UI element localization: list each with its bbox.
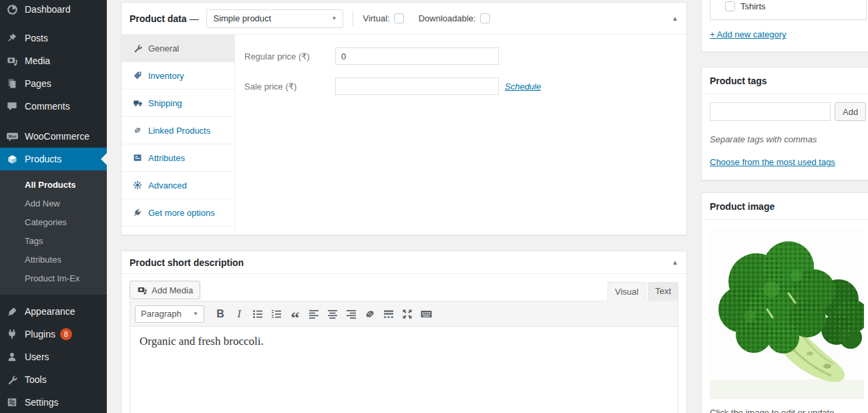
plugins-update-badge: 8 [60, 328, 72, 340]
regular-price-label: Regular price (₹) [235, 51, 335, 61]
tab-inventory[interactable]: Inventory [122, 62, 234, 90]
tab-label: Shipping [148, 98, 182, 108]
tab-attributes[interactable]: Attributes [122, 144, 234, 172]
category-checkbox[interactable] [725, 1, 735, 11]
add-media-button[interactable]: Add Media [130, 281, 200, 299]
product-data-tabs: General Inventory Shipping Linked Produc… [122, 35, 235, 235]
bold-button[interactable]: B [211, 305, 230, 323]
sidebar-item-products[interactable]: Products [0, 148, 107, 170]
more-tag-button[interactable] [379, 305, 398, 323]
text-tab[interactable]: Text [648, 282, 678, 300]
sliders-icon [5, 396, 19, 409]
image-edit-caption-link[interactable]: Click the image to edit or update [710, 408, 867, 413]
tag-input[interactable] [710, 102, 831, 121]
chevron-down-icon: ▼ [332, 15, 337, 21]
short-description-text: Organic and fresh broccoli. [140, 335, 668, 348]
sidebar-item-woocommerce[interactable]: Woo WooCommerce [0, 125, 107, 148]
sidebar-item-media[interactable]: Media [0, 49, 107, 72]
sidebar-item-label: WooCommerce [25, 131, 89, 142]
pages-icon [5, 77, 19, 90]
editor-container: Paragraph ▼ B I “ [130, 301, 678, 413]
category-checklist: Tshirts [710, 0, 867, 20]
add-media-label: Add Media [152, 285, 193, 295]
wrench-icon [133, 43, 143, 53]
sale-price-label: Sale price (₹) [235, 82, 335, 92]
sidebar-item-posts[interactable]: Posts [0, 27, 107, 49]
submenu-tags[interactable]: Tags [0, 232, 107, 251]
submenu-add-new[interactable]: Add New [0, 194, 107, 213]
tab-shipping[interactable]: Shipping [122, 90, 234, 117]
sidebar-item-tools[interactable]: Tools [0, 368, 107, 391]
insert-link-button[interactable] [361, 305, 379, 323]
product-image-panel: Product image [701, 192, 868, 413]
short-description-header: Product short description ▲ [122, 251, 686, 274]
media-icon [5, 54, 19, 67]
submenu-categories[interactable]: Categories [0, 213, 107, 232]
italic-button[interactable]: I [230, 305, 248, 323]
sidebar-item-label: Tools [25, 374, 47, 385]
submenu-attributes[interactable]: Attributes [0, 251, 107, 269]
tab-label: Inventory [148, 71, 184, 81]
sidebar-item-users[interactable]: Users [0, 346, 107, 368]
product-tags-header: Product tags [702, 67, 868, 94]
sidebar-item-label: Appearance [25, 306, 75, 317]
sidebar-item-plugins[interactable]: Plugins 8 [0, 323, 107, 346]
panel-title: Product short description [130, 257, 244, 268]
panel-title: Product image [710, 201, 775, 212]
product-tags-panel: Product tags Add Separate tags with comm… [701, 67, 868, 180]
align-center-button[interactable] [323, 305, 342, 323]
sidebar-item-dashboard[interactable]: Dashboard [0, 0, 107, 19]
add-new-category-link[interactable]: + Add new category [710, 29, 787, 39]
tab-get-more-options[interactable]: Get more options [122, 199, 234, 227]
bullet-list-button[interactable] [248, 305, 267, 323]
product-data-header: Product data — Simple product ▼ Virtual:… [122, 3, 686, 35]
tab-label: Get more options [148, 208, 215, 218]
admin-sidebar: Dashboard Posts Media Pages Comments Woo… [0, 0, 107, 413]
product-image-thumbnail[interactable] [710, 229, 864, 399]
truck-icon [133, 98, 143, 108]
editor-content-area[interactable]: Organic and fresh broccoli. [130, 327, 678, 413]
paragraph-format-value: Paragraph [141, 309, 182, 319]
editor-toolbar: Paragraph ▼ B I “ [130, 301, 678, 327]
tab-general[interactable]: General [122, 35, 234, 62]
category-label: Tshirts [740, 1, 766, 11]
sidebar-item-appearance[interactable]: Appearance [0, 300, 107, 323]
numbered-list-button[interactable] [267, 305, 286, 323]
sidebar-item-pages[interactable]: Pages [0, 72, 107, 95]
svg-text:Woo: Woo [8, 134, 16, 138]
sale-price-input[interactable] [335, 78, 499, 95]
tag-icon [133, 71, 143, 81]
schedule-link[interactable]: Schedule [505, 82, 541, 92]
downloadable-checkbox[interactable] [480, 13, 490, 23]
sidebar-item-label: Posts [25, 33, 48, 43]
wrench-icon [5, 373, 19, 386]
regular-price-input[interactable] [335, 47, 499, 65]
submenu-all-products[interactable]: All Products [0, 176, 107, 194]
tab-linked-products[interactable]: Linked Products [122, 117, 234, 144]
media-icon [137, 285, 148, 295]
submenu-product-im-ex[interactable]: Product Im-Ex [0, 269, 107, 288]
visual-tab[interactable]: Visual [608, 282, 646, 301]
toolbar-toggle-button[interactable] [417, 305, 435, 323]
product-type-select[interactable]: Simple product ▼ [206, 9, 343, 28]
sidebar-item-settings[interactable]: Settings [0, 391, 107, 413]
sidebar-item-label: Plugins [25, 329, 55, 339]
collapse-panel-icon[interactable]: ▲ [672, 259, 678, 266]
product-image-header: Product image [702, 193, 868, 220]
fullscreen-button[interactable] [398, 305, 417, 323]
plug-icon [133, 208, 143, 218]
blockquote-button[interactable]: “ [286, 305, 304, 323]
woocommerce-icon: Woo [5, 130, 19, 143]
align-left-button[interactable] [304, 305, 323, 323]
divider [353, 11, 353, 26]
products-submenu: All Products Add New Categories Tags Att… [0, 170, 107, 295]
paragraph-format-select[interactable]: Paragraph ▼ [135, 305, 204, 323]
choose-most-used-tags-link[interactable]: Choose from the most used tags [710, 157, 835, 167]
align-right-button[interactable] [342, 305, 361, 323]
collapse-panel-icon[interactable]: ▲ [672, 15, 678, 22]
sidebar-item-comments[interactable]: Comments [0, 95, 107, 118]
add-tag-button[interactable]: Add [835, 102, 866, 121]
virtual-checkbox[interactable] [394, 13, 404, 23]
tab-advanced[interactable]: Advanced [122, 172, 234, 199]
product-type-value: Simple product [213, 13, 271, 23]
